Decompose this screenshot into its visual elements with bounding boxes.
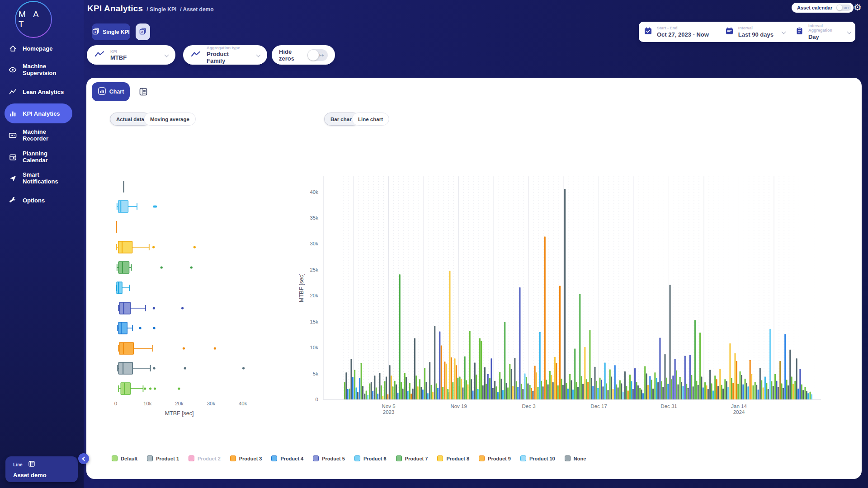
legend-label: Product 9 xyxy=(488,456,511,461)
gear-icon[interactable]: ⚙ xyxy=(854,2,862,13)
interval-aggregation-value: Day xyxy=(808,33,839,40)
chevron-down-icon xyxy=(847,30,852,34)
svg-text:25k: 25k xyxy=(310,267,318,272)
legend-swatch xyxy=(396,455,402,461)
eye-icon xyxy=(9,66,17,74)
interval-aggregation-select[interactable]: Interval Aggregation Day xyxy=(790,22,855,42)
toggle-knob xyxy=(837,5,842,10)
sidebar-item-lean-analytics[interactable]: Lean Analytics xyxy=(0,84,84,99)
svg-text:Dec 17: Dec 17 xyxy=(590,404,607,409)
svg-text:MTBF [sec]: MTBF [sec] xyxy=(165,410,194,417)
home-icon xyxy=(9,44,17,52)
chevron-left-icon xyxy=(82,456,87,461)
svg-text:0: 0 xyxy=(316,397,318,402)
svg-text:2: 2 xyxy=(141,30,143,34)
legend-label: Product 1 xyxy=(156,456,179,461)
legend-swatch xyxy=(479,455,485,461)
legend-item[interactable]: Product 8 xyxy=(437,455,469,461)
bar-chart-icon xyxy=(9,109,17,117)
aggregation-type-value: Product Family xyxy=(207,51,247,64)
brand-name: M A T xyxy=(16,9,51,29)
single-kpi-button[interactable]: 1 Single KPI xyxy=(92,23,130,40)
chart-legend: DefaultProduct 1Product 2Product 3Produc… xyxy=(112,455,586,461)
chevron-down-icon xyxy=(165,53,169,57)
start-end-control[interactable]: Start - End Oct 27, 2023 - Now xyxy=(639,22,720,42)
legend-item[interactable]: Product 6 xyxy=(354,455,387,461)
svg-text:Dec 3: Dec 3 xyxy=(522,404,536,409)
legend-label: Product 6 xyxy=(363,456,387,461)
legend-swatch xyxy=(565,455,571,461)
legend-item[interactable]: Product 2 xyxy=(189,455,221,461)
legend-item[interactable]: Product 5 xyxy=(313,455,345,461)
sidebar-item-planning-calendar[interactable]: Planning Calendar xyxy=(0,149,84,164)
calendar-icon xyxy=(9,153,17,161)
svg-text:0: 0 xyxy=(114,401,117,406)
svg-text:Dec 31: Dec 31 xyxy=(660,404,677,409)
asset-calendar-toggle[interactable]: OFF xyxy=(836,5,851,11)
calendar-check-icon xyxy=(643,26,653,38)
svg-text:2023: 2023 xyxy=(383,409,395,415)
wrench-icon xyxy=(9,196,17,204)
hide-zeros-control[interactable]: Hide zeros OFF xyxy=(272,45,335,65)
active-kpi-card[interactable]: Line Asset demo xyxy=(5,456,78,482)
chevron-down-icon xyxy=(256,53,261,57)
sidebar-item-homepage[interactable]: Homepage xyxy=(0,41,84,56)
sidebar-item-machine-supervision[interactable]: Machine Supervision xyxy=(0,59,84,80)
legend-swatch xyxy=(147,455,153,461)
multi-kpi-icon: 2 xyxy=(139,28,146,37)
legend-swatch xyxy=(354,455,360,461)
sidebar-item-machine-recorder[interactable]: Machine Recorder xyxy=(0,127,84,143)
legend-item[interactable]: Product 1 xyxy=(147,455,179,461)
brand-logo: M A T xyxy=(15,1,52,38)
svg-text:Nov 5: Nov 5 xyxy=(382,404,396,409)
aggregation-type-select[interactable]: Aggregation type Product Family xyxy=(183,45,267,65)
svg-text:30k: 30k xyxy=(310,241,318,246)
legend-item[interactable]: Product 10 xyxy=(520,455,555,461)
svg-text:10k: 10k xyxy=(310,345,318,350)
legend-swatch xyxy=(271,455,277,461)
legend-swatch xyxy=(437,455,443,461)
send-icon xyxy=(9,174,17,182)
charts-svg: 010k20k30k40kMTBF [sec]05k10k15k20k25k30… xyxy=(86,78,862,479)
kpi-select[interactable]: KPI MTBF xyxy=(87,45,175,65)
legend-swatch xyxy=(520,455,526,461)
legend-label: Product 4 xyxy=(280,456,303,461)
svg-text:30k: 30k xyxy=(207,401,216,406)
svg-text:40k: 40k xyxy=(239,401,247,406)
start-end-value: Oct 27, 2023 - Now xyxy=(657,31,709,38)
chevron-down-icon xyxy=(781,30,786,34)
legend-item[interactable]: None xyxy=(565,455,586,461)
sidebar-item-options[interactable]: Options xyxy=(0,192,84,208)
svg-text:15k: 15k xyxy=(310,319,318,324)
asset-calendar-toggle-pill[interactable]: Asset calendar OFF xyxy=(792,3,854,13)
interval-select[interactable]: Interval Last 90 days xyxy=(720,22,790,42)
hide-zeros-label: Hide zeros xyxy=(279,48,302,62)
multi-kpi-button[interactable]: 2 xyxy=(136,23,150,40)
legend-item[interactable]: Default xyxy=(112,455,137,461)
legend-item[interactable]: Product 3 xyxy=(230,455,262,461)
recorder-icon xyxy=(9,131,17,139)
legend-label: Product 5 xyxy=(322,456,345,461)
sidebar-item-kpi-analytics[interactable]: KPI Analytics xyxy=(5,103,72,123)
sidebar-collapse-button[interactable] xyxy=(78,453,89,464)
hide-zeros-toggle[interactable]: OFF xyxy=(307,49,328,61)
legend-item[interactable]: Product 9 xyxy=(479,455,511,461)
legend-swatch xyxy=(313,455,319,461)
legend-item[interactable]: Product 7 xyxy=(396,455,428,461)
legend-label: Product 3 xyxy=(239,456,262,461)
breadcrumb-single-kpi[interactable]: / Single KPI xyxy=(146,6,176,13)
svg-text:2024: 2024 xyxy=(733,409,745,415)
sidebar-item-smart-notifications[interactable]: Smart Notifications xyxy=(0,167,84,189)
legend-item[interactable]: Product 4 xyxy=(271,455,303,461)
breadcrumb-asset-demo[interactable]: / Asset demo xyxy=(180,6,213,13)
svg-text:20k: 20k xyxy=(310,293,318,298)
interval-value: Last 90 days xyxy=(738,31,774,38)
page-title: KPI Analytics xyxy=(87,4,143,14)
svg-text:20k: 20k xyxy=(175,401,184,406)
single-kpi-icon: 1 xyxy=(92,28,99,37)
svg-text:5k: 5k xyxy=(313,371,318,376)
legend-label: Product 7 xyxy=(405,456,428,461)
svg-text:Jan 14: Jan 14 xyxy=(731,404,747,409)
legend-swatch xyxy=(230,455,236,461)
list-icon xyxy=(28,460,35,469)
